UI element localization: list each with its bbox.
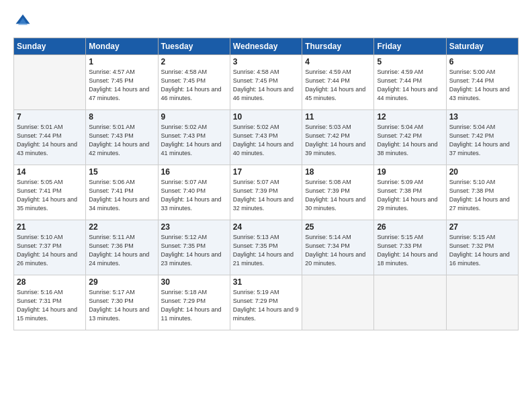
calendar-cell: 3Sunrise: 4:58 AM Sunset: 7:45 PM Daylig… <box>230 55 302 110</box>
calendar-cell: 12Sunrise: 5:04 AM Sunset: 7:42 PM Dayli… <box>374 110 446 165</box>
day-info: Sunrise: 5:10 AM Sunset: 7:38 PM Dayligh… <box>449 178 515 213</box>
day-info: Sunrise: 4:58 AM Sunset: 7:45 PM Dayligh… <box>161 68 227 103</box>
day-number: 5 <box>377 57 443 66</box>
weekday-header-tuesday: Tuesday <box>158 38 230 55</box>
day-number: 29 <box>89 277 154 287</box>
day-number: 8 <box>89 112 154 122</box>
day-info: Sunrise: 5:09 AM Sunset: 7:38 PM Dayligh… <box>377 178 443 213</box>
calendar-week-row: 21Sunrise: 5:10 AM Sunset: 7:37 PM Dayli… <box>14 220 519 275</box>
calendar-cell: 11Sunrise: 5:03 AM Sunset: 7:42 PM Dayli… <box>302 110 374 165</box>
header <box>13 12 519 31</box>
day-number: 12 <box>377 112 443 122</box>
day-number: 7 <box>17 112 83 122</box>
day-number: 27 <box>449 222 515 232</box>
calendar-cell: 23Sunrise: 5:12 AM Sunset: 7:35 PM Dayli… <box>158 220 230 275</box>
day-number: 2 <box>161 57 227 66</box>
calendar-cell <box>374 275 446 330</box>
day-info: Sunrise: 5:03 AM Sunset: 7:42 PM Dayligh… <box>305 123 371 158</box>
day-number: 15 <box>89 167 154 177</box>
day-number: 13 <box>449 112 515 122</box>
day-info: Sunrise: 5:08 AM Sunset: 7:39 PM Dayligh… <box>305 178 371 213</box>
weekday-header-sunday: Sunday <box>14 38 86 55</box>
calendar-week-row: 28Sunrise: 5:16 AM Sunset: 7:31 PM Dayli… <box>14 275 519 330</box>
calendar-week-row: 7Sunrise: 5:01 AM Sunset: 7:44 PM Daylig… <box>14 110 519 165</box>
calendar-cell: 30Sunrise: 5:18 AM Sunset: 7:29 PM Dayli… <box>158 275 230 330</box>
calendar-cell: 22Sunrise: 5:11 AM Sunset: 7:36 PM Dayli… <box>86 220 158 275</box>
day-info: Sunrise: 4:57 AM Sunset: 7:45 PM Dayligh… <box>89 68 154 103</box>
day-number: 11 <box>305 112 371 122</box>
day-number: 31 <box>233 277 299 287</box>
calendar-table: SundayMondayTuesdayWednesdayThursdayFrid… <box>13 38 519 330</box>
calendar-cell: 15Sunrise: 5:06 AM Sunset: 7:41 PM Dayli… <box>86 165 158 220</box>
calendar-cell: 31Sunrise: 5:19 AM Sunset: 7:29 PM Dayli… <box>230 275 302 330</box>
day-number: 25 <box>305 222 371 232</box>
weekday-header-friday: Friday <box>374 38 446 55</box>
calendar-cell: 17Sunrise: 5:07 AM Sunset: 7:39 PM Dayli… <box>230 165 302 220</box>
day-number: 6 <box>449 57 515 66</box>
day-number: 17 <box>233 167 299 177</box>
calendar-cell: 1Sunrise: 4:57 AM Sunset: 7:45 PM Daylig… <box>86 55 158 110</box>
calendar-cell: 24Sunrise: 5:13 AM Sunset: 7:35 PM Dayli… <box>230 220 302 275</box>
day-number: 4 <box>305 57 371 66</box>
day-info: Sunrise: 5:00 AM Sunset: 7:44 PM Dayligh… <box>449 68 515 103</box>
day-number: 1 <box>89 57 154 66</box>
calendar-week-row: 14Sunrise: 5:05 AM Sunset: 7:41 PM Dayli… <box>14 165 519 220</box>
calendar-cell <box>302 275 374 330</box>
day-number: 10 <box>233 112 299 122</box>
day-number: 20 <box>449 167 515 177</box>
day-number: 19 <box>377 167 443 177</box>
day-info: Sunrise: 5:11 AM Sunset: 7:36 PM Dayligh… <box>89 233 154 268</box>
calendar-cell: 25Sunrise: 5:14 AM Sunset: 7:34 PM Dayli… <box>302 220 374 275</box>
day-number: 26 <box>377 222 443 232</box>
calendar-cell: 13Sunrise: 5:04 AM Sunset: 7:42 PM Dayli… <box>446 110 518 165</box>
calendar-cell: 29Sunrise: 5:17 AM Sunset: 7:30 PM Dayli… <box>86 275 158 330</box>
day-info: Sunrise: 5:13 AM Sunset: 7:35 PM Dayligh… <box>233 233 299 268</box>
calendar-week-row: 1Sunrise: 4:57 AM Sunset: 7:45 PM Daylig… <box>14 55 519 110</box>
day-number: 22 <box>89 222 154 232</box>
day-info: Sunrise: 5:02 AM Sunset: 7:43 PM Dayligh… <box>161 123 227 158</box>
calendar-cell: 18Sunrise: 5:08 AM Sunset: 7:39 PM Dayli… <box>302 165 374 220</box>
day-info: Sunrise: 5:04 AM Sunset: 7:42 PM Dayligh… <box>377 123 443 158</box>
day-info: Sunrise: 4:59 AM Sunset: 7:44 PM Dayligh… <box>305 68 371 103</box>
calendar-cell: 9Sunrise: 5:02 AM Sunset: 7:43 PM Daylig… <box>158 110 230 165</box>
day-number: 9 <box>161 112 227 122</box>
day-info: Sunrise: 5:19 AM Sunset: 7:29 PM Dayligh… <box>233 288 299 323</box>
day-number: 21 <box>17 222 83 232</box>
day-info: Sunrise: 4:59 AM Sunset: 7:44 PM Dayligh… <box>377 68 443 103</box>
day-number: 3 <box>233 57 299 66</box>
day-info: Sunrise: 5:15 AM Sunset: 7:32 PM Dayligh… <box>449 233 515 268</box>
day-info: Sunrise: 5:02 AM Sunset: 7:43 PM Dayligh… <box>233 123 299 158</box>
calendar-cell: 14Sunrise: 5:05 AM Sunset: 7:41 PM Dayli… <box>14 165 86 220</box>
calendar-cell: 6Sunrise: 5:00 AM Sunset: 7:44 PM Daylig… <box>446 55 518 110</box>
calendar-cell: 5Sunrise: 4:59 AM Sunset: 7:44 PM Daylig… <box>374 55 446 110</box>
day-number: 24 <box>233 222 299 232</box>
day-info: Sunrise: 5:07 AM Sunset: 7:39 PM Dayligh… <box>233 178 299 213</box>
day-info: Sunrise: 5:04 AM Sunset: 7:42 PM Dayligh… <box>449 123 515 158</box>
day-number: 30 <box>161 277 227 287</box>
day-number: 14 <box>17 167 83 177</box>
calendar-cell: 10Sunrise: 5:02 AM Sunset: 7:43 PM Dayli… <box>230 110 302 165</box>
day-info: Sunrise: 5:10 AM Sunset: 7:37 PM Dayligh… <box>17 233 83 268</box>
calendar-cell: 27Sunrise: 5:15 AM Sunset: 7:32 PM Dayli… <box>446 220 518 275</box>
day-info: Sunrise: 5:16 AM Sunset: 7:31 PM Dayligh… <box>17 288 83 323</box>
day-info: Sunrise: 5:14 AM Sunset: 7:34 PM Dayligh… <box>305 233 371 268</box>
calendar-cell: 4Sunrise: 4:59 AM Sunset: 7:44 PM Daylig… <box>302 55 374 110</box>
calendar-cell: 26Sunrise: 5:15 AM Sunset: 7:33 PM Dayli… <box>374 220 446 275</box>
day-info: Sunrise: 5:07 AM Sunset: 7:40 PM Dayligh… <box>161 178 227 213</box>
logo-icon <box>13 12 32 31</box>
day-number: 28 <box>17 277 83 287</box>
calendar-cell: 7Sunrise: 5:01 AM Sunset: 7:44 PM Daylig… <box>14 110 86 165</box>
day-info: Sunrise: 5:06 AM Sunset: 7:41 PM Dayligh… <box>89 178 154 213</box>
weekday-header-row: SundayMondayTuesdayWednesdayThursdayFrid… <box>14 38 519 55</box>
calendar-cell: 8Sunrise: 5:01 AM Sunset: 7:43 PM Daylig… <box>86 110 158 165</box>
day-info: Sunrise: 5:01 AM Sunset: 7:44 PM Dayligh… <box>17 123 83 158</box>
day-info: Sunrise: 5:05 AM Sunset: 7:41 PM Dayligh… <box>17 178 83 213</box>
weekday-header-saturday: Saturday <box>446 38 518 55</box>
day-number: 16 <box>161 167 227 177</box>
calendar-cell: 21Sunrise: 5:10 AM Sunset: 7:37 PM Dayli… <box>14 220 86 275</box>
day-info: Sunrise: 5:15 AM Sunset: 7:33 PM Dayligh… <box>377 233 443 268</box>
weekday-header-wednesday: Wednesday <box>230 38 302 55</box>
day-info: Sunrise: 5:17 AM Sunset: 7:30 PM Dayligh… <box>89 288 154 323</box>
calendar-cell: 16Sunrise: 5:07 AM Sunset: 7:40 PM Dayli… <box>158 165 230 220</box>
calendar-cell: 20Sunrise: 5:10 AM Sunset: 7:38 PM Dayli… <box>446 165 518 220</box>
